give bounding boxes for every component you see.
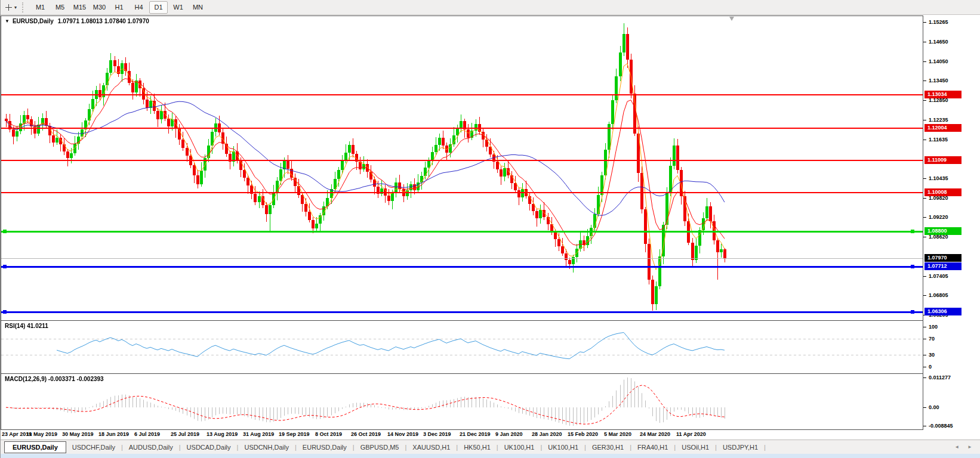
date-label: 18 Jun 2019 <box>98 431 129 437</box>
toolbar-caret-icon[interactable]: ▾ <box>14 5 17 10</box>
axis-tick-label: 1.14650 <box>929 39 948 45</box>
price-level-badge: 1.07712 <box>924 262 961 270</box>
price-level-badge: 1.06306 <box>924 308 961 315</box>
tabs-scroll-right-icon[interactable]: ► <box>967 444 972 450</box>
date-label: 9 Jan 2020 <box>495 431 523 437</box>
timeframe-toolbar: ▾ M1M5M15M30H1H4D1W1MN <box>1 0 980 15</box>
date-label: 11 Apr 2020 <box>676 431 706 437</box>
chart-tab-10[interactable]: UK100,H1 <box>542 442 584 453</box>
axis-tick-mark <box>923 178 926 179</box>
chart-tab-14[interactable]: USDJPY,H1 <box>717 442 764 453</box>
axis-tick-mark <box>923 426 926 426</box>
axis-tick-label: -0.008845 <box>929 423 953 429</box>
axis-tick-label: 30 <box>929 352 935 358</box>
axis-tick-mark <box>923 327 926 327</box>
chart-tab-6[interactable]: GBPUSD,M5 <box>355 442 405 453</box>
axis-tick-mark <box>923 295 926 296</box>
axis-tick-label: 1.15265 <box>929 19 948 25</box>
chart-tab-12[interactable]: FRA40,H1 <box>631 442 674 453</box>
axis-tick-mark <box>923 377 926 378</box>
chart-tab-13[interactable]: USOil,H1 <box>676 442 715 453</box>
chart-tab-3[interactable]: USDCAD,Daily <box>181 442 237 453</box>
date-label: 26 Oct 2019 <box>351 431 381 437</box>
timeframe-button-m5[interactable]: M5 <box>51 1 69 14</box>
axis-tick-label: 1.11635 <box>929 137 948 143</box>
price-chart-canvas[interactable] <box>1 16 923 320</box>
price-level-badge: 1.12004 <box>924 124 961 132</box>
axis-tick-label: 0.00 <box>929 404 939 410</box>
timeframe-button-m30[interactable]: M30 <box>90 1 109 14</box>
status-strip <box>1 454 980 458</box>
axis-tick-mark <box>923 42 926 42</box>
chart-tab-1[interactable]: USDCHF,Daily <box>66 442 121 453</box>
crosshair-tool-button[interactable]: ▾ <box>3 2 19 13</box>
axis-tick-label: 70 <box>929 336 935 342</box>
chart-tab-9[interactable]: UK100,H1 <box>498 442 541 453</box>
price-level-badge: 1.07970 <box>924 254 961 262</box>
axis-tick-label: 100 <box>929 324 938 330</box>
chart-tab-11[interactable]: GER30,H1 <box>586 442 630 453</box>
price-level-badge: 1.08800 <box>924 227 961 235</box>
timeframe-button-h4[interactable]: H4 <box>130 1 148 14</box>
date-label: 21 Dec 2019 <box>460 431 491 437</box>
toolbar-grip <box>22 2 26 13</box>
date-label: 19 Sep 2019 <box>279 431 310 437</box>
axis-tick-label: 1.06805 <box>929 292 948 298</box>
axis-tick-label: 0.011277 <box>929 375 951 380</box>
axis-tick-label: 1.09220 <box>929 214 948 220</box>
trading-terminal-window: ▾ M1M5M15M30H1H4D1W1MN ▼ EURUSD,Daily 1.… <box>0 0 980 458</box>
date-axis[interactable]: 23 Apr 201911 May 201930 May 201918 Jun … <box>1 430 923 440</box>
tabs-scroll-left-icon[interactable]: ◄ <box>954 444 959 450</box>
timeframe-buttons: M1M5M15M30H1H4D1W1MN <box>30 0 208 14</box>
date-label: 30 May 2019 <box>62 431 94 437</box>
axis-tick-mark <box>923 339 926 339</box>
timeframe-button-h1[interactable]: H1 <box>110 1 128 14</box>
chart-tab-5[interactable]: EURUSD,Daily <box>297 442 353 453</box>
chart-shift-marker[interactable] <box>729 17 734 21</box>
chart-symbol-label: EURUSD,Daily <box>13 18 54 24</box>
chart-tabs: EURUSD,DailyUSDCHF,Daily|AUDUSD,Daily|US… <box>1 441 766 453</box>
chart-ohlc-values: 1.07971 1.08013 1.07840 1.07970 <box>58 18 149 24</box>
axis-tick-mark <box>923 276 926 277</box>
crosshair-icon <box>5 4 13 11</box>
date-label: 13 Aug 2019 <box>207 431 238 437</box>
timeframe-button-m15[interactable]: M15 <box>70 1 89 14</box>
rsi-indicator-panel[interactable]: RSI(14) 41.0211 <box>1 320 923 374</box>
macd-indicator-panel[interactable]: MACD(12,26,9) -0.003371 -0.002393 <box>1 373 923 430</box>
axis-tick-label: 0 <box>929 364 932 370</box>
chart-collapse-icon[interactable]: ▼ <box>5 18 10 24</box>
price-axis[interactable]: 1.152651.146501.140501.134501.128501.122… <box>923 16 980 430</box>
date-label: 5 Mar 2020 <box>604 431 631 437</box>
chart-tab-bar: EURUSD,DailyUSDCHF,Daily|AUDUSD,Daily|US… <box>1 440 980 454</box>
timeframe-button-mn[interactable]: MN <box>189 1 207 14</box>
timeframe-button-d1[interactable]: D1 <box>149 1 168 14</box>
axis-tick-label: 1.12235 <box>929 117 948 123</box>
axis-tick-label: 1.07405 <box>929 273 948 279</box>
price-level-badge: 1.13034 <box>924 91 961 98</box>
axis-tick-mark <box>923 140 926 140</box>
chart-tab-2[interactable]: AUDUSD,Daily <box>123 442 179 453</box>
chart-title: ▼ EURUSD,Daily 1.07971 1.08013 1.07840 1… <box>5 18 149 24</box>
chart-tab-4[interactable]: USDCNH,Daily <box>238 442 295 453</box>
tab-separator: | <box>764 444 766 451</box>
axis-tick-mark <box>923 407 926 408</box>
date-label: 28 Jan 2020 <box>532 431 562 437</box>
timeframe-button-m1[interactable]: M1 <box>31 1 50 14</box>
axis-tick-mark <box>923 61 926 62</box>
timeframe-button-w1[interactable]: W1 <box>169 1 187 14</box>
date-label: 31 Aug 2019 <box>243 431 274 437</box>
date-label: 15 Feb 2020 <box>568 431 598 437</box>
price-level-badge: 1.10008 <box>924 188 961 196</box>
chart-tab-7[interactable]: XAUUSD,H1 <box>406 442 456 453</box>
axis-tick-mark <box>923 120 926 120</box>
chart-tab-0[interactable]: EURUSD,Daily <box>4 441 66 453</box>
macd-label: MACD(12,26,9) -0.003371 -0.002393 <box>5 376 104 382</box>
macd-canvas[interactable] <box>1 374 923 429</box>
chart-tab-8[interactable]: HK50,H1 <box>458 442 497 453</box>
price-chart-panel[interactable]: ▼ EURUSD,Daily 1.07971 1.08013 1.07840 1… <box>1 16 923 321</box>
rsi-canvas[interactable] <box>1 321 923 373</box>
axis-tick-mark <box>923 100 926 101</box>
date-label: 14 Nov 2019 <box>387 431 418 437</box>
date-label: 24 Mar 2020 <box>640 431 670 437</box>
axis-tick-mark <box>923 237 926 237</box>
